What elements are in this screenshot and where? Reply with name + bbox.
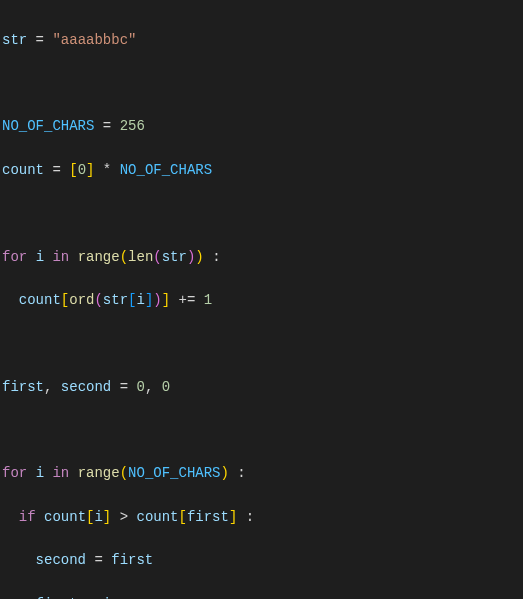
variable: str [2, 32, 27, 48]
code-line: for i in range(len(str)) : [2, 247, 521, 269]
variable: count [2, 162, 44, 178]
code-line [2, 203, 521, 225]
number: 256 [120, 118, 145, 134]
code-line [2, 420, 521, 442]
code-line: first, second = 0, 0 [2, 377, 521, 399]
keyword: for [2, 249, 27, 265]
code-line: for i in range(NO_OF_CHARS) : [2, 463, 521, 485]
code-line: first = i [2, 594, 521, 599]
code-line: second = first [2, 550, 521, 572]
code-line [2, 73, 521, 95]
code-line: count = [0] * NO_OF_CHARS [2, 160, 521, 182]
code-line: if count[i] > count[first] : [2, 507, 521, 529]
code-line: count[ord(str[i])] += 1 [2, 290, 521, 312]
code-line: str = "aaaabbbc" [2, 30, 521, 52]
code-editor[interactable]: str = "aaaabbbc" NO_OF_CHARS = 256 count… [0, 0, 523, 599]
constant: NO_OF_CHARS [2, 118, 94, 134]
code-line [2, 333, 521, 355]
code-line: NO_OF_CHARS = 256 [2, 116, 521, 138]
string-literal: "aaaabbbc" [52, 32, 136, 48]
